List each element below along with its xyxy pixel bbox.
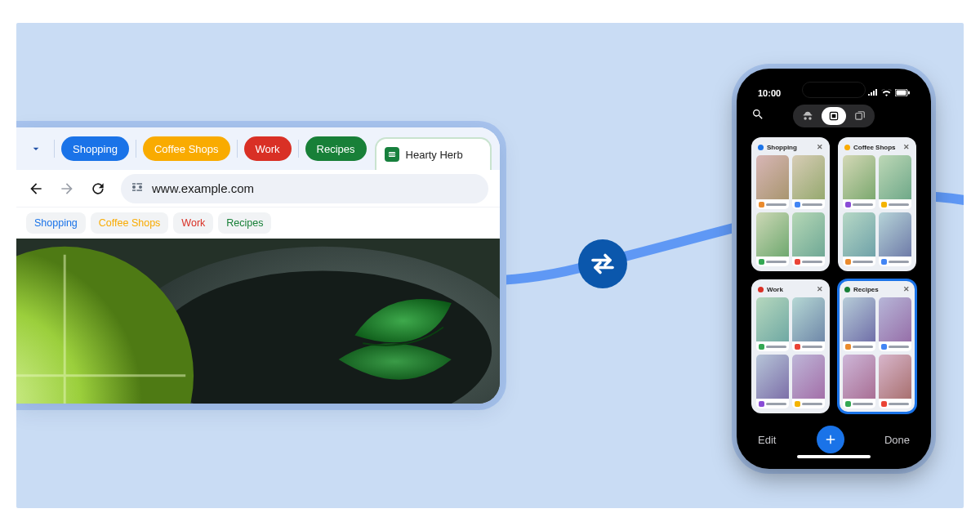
tab-thumbnail[interactable]	[792, 155, 825, 209]
promo-stage: Shopping Coffee Shops Work Recipes Heart…	[16, 23, 964, 508]
back-icon[interactable]	[28, 181, 44, 197]
tab-group-pill-shopping[interactable]: Shopping	[61, 136, 129, 161]
tab-view-segmented[interactable]	[793, 105, 875, 127]
tab-thumbnail[interactable]	[792, 297, 825, 351]
tab-thumbnail[interactable]	[843, 355, 875, 408]
group-title: Recipes	[853, 286, 900, 293]
tab-thumbnail[interactable]	[879, 212, 911, 266]
tab-thumbnail[interactable]	[792, 212, 825, 266]
dynamic-island	[802, 82, 866, 98]
group-card-shopping[interactable]: Shopping ✕	[751, 137, 830, 271]
tab-group-pill-coffee-shops[interactable]: Coffee Shops	[143, 136, 230, 161]
tabs-overflow-chevron-icon[interactable]	[24, 137, 47, 160]
group-title: Coffee Shops	[853, 144, 900, 151]
group-card-work[interactable]: Work ✕	[751, 279, 830, 413]
done-button[interactable]: Done	[884, 434, 910, 446]
toolbar: www.example.com	[16, 170, 500, 207]
group-thumbs	[753, 297, 828, 412]
tab-switcher-toolbar	[743, 100, 924, 132]
search-icon[interactable]	[751, 108, 764, 124]
tab-thumbnail[interactable]	[756, 297, 789, 351]
group-color-dot	[758, 145, 764, 150]
separator	[136, 140, 136, 158]
sync-transfer-icon	[578, 239, 627, 288]
tab-thumbnail[interactable]	[879, 355, 911, 408]
home-indicator	[797, 455, 871, 458]
group-color-dot	[844, 287, 850, 292]
bookmark-recipes[interactable]: Recipes	[218, 212, 271, 234]
group-color-dot	[844, 145, 850, 150]
signal-icon	[868, 88, 878, 98]
wifi-icon	[881, 88, 892, 98]
phone-mock: 10:00	[737, 69, 931, 469]
svg-rect-5	[897, 91, 906, 96]
hero-food-image	[16, 239, 500, 404]
edit-button[interactable]: Edit	[758, 434, 776, 446]
bookmark-shopping[interactable]: Shopping	[26, 212, 86, 234]
bookmark-coffee-shops[interactable]: Coffee Shops	[91, 212, 169, 234]
segment-groups-icon[interactable]	[822, 107, 846, 125]
close-icon[interactable]: ✕	[903, 143, 910, 151]
segment-incognito-icon[interactable]	[795, 107, 820, 125]
svg-rect-9	[856, 114, 862, 120]
page-content	[16, 239, 500, 404]
tab-thumbnail[interactable]	[879, 297, 911, 351]
svg-rect-6	[908, 91, 910, 95]
group-color-dot	[758, 287, 764, 292]
tab-groups-grid: Shopping ✕ Coffee Shops ✕	[743, 132, 924, 417]
bookmarks-bar: Shopping Coffee Shops Work Recipes	[16, 207, 500, 239]
site-settings-icon[interactable]	[131, 181, 144, 196]
group-card-recipes[interactable]: Recipes ✕	[838, 279, 916, 413]
tab-group-pill-work[interactable]: Work	[244, 136, 292, 161]
group-title: Shopping	[767, 144, 813, 151]
separator	[237, 140, 238, 158]
active-tab[interactable]: Hearty Herb	[375, 137, 492, 170]
tab-strip: Shopping Coffee Shops Work Recipes Heart…	[16, 127, 500, 170]
separator	[54, 140, 55, 158]
close-icon[interactable]: ✕	[817, 143, 823, 151]
tab-thumbnail[interactable]	[879, 155, 911, 209]
close-icon[interactable]: ✕	[903, 285, 910, 293]
reload-icon[interactable]	[90, 181, 106, 197]
tab-thumbnail[interactable]	[756, 355, 789, 408]
group-thumbs	[840, 297, 915, 412]
active-tab-title: Hearty Herb	[406, 149, 463, 161]
status-time: 10:00	[758, 88, 781, 98]
close-icon[interactable]: ✕	[817, 285, 823, 293]
desktop-browser-card: Shopping Coffee Shops Work Recipes Heart…	[16, 127, 500, 404]
tab-thumbnail[interactable]	[843, 212, 875, 266]
omnibox[interactable]: www.example.com	[121, 174, 488, 203]
tab-group-pill-recipes[interactable]: Recipes	[305, 136, 367, 161]
svg-rect-8	[832, 114, 836, 118]
group-thumbs	[840, 155, 915, 270]
tab-thumbnail[interactable]	[792, 355, 825, 408]
tab-thumbnail[interactable]	[756, 155, 789, 209]
battery-icon	[895, 88, 910, 98]
tab-thumbnail[interactable]	[843, 297, 875, 351]
favicon-icon	[385, 147, 399, 162]
group-card-coffee-shops[interactable]: Coffee Shops ✕	[838, 137, 916, 271]
forward-icon[interactable]	[59, 181, 75, 197]
bookmark-work[interactable]: Work	[173, 212, 213, 234]
group-thumbs	[753, 155, 828, 270]
group-title: Work	[767, 286, 813, 293]
tab-thumbnail[interactable]	[843, 155, 875, 209]
tab-thumbnail[interactable]	[756, 212, 789, 266]
segment-tabs-icon[interactable]	[848, 107, 872, 125]
separator	[298, 140, 299, 158]
new-tab-fab[interactable]	[817, 426, 844, 453]
omnibox-text: www.example.com	[152, 181, 254, 195]
